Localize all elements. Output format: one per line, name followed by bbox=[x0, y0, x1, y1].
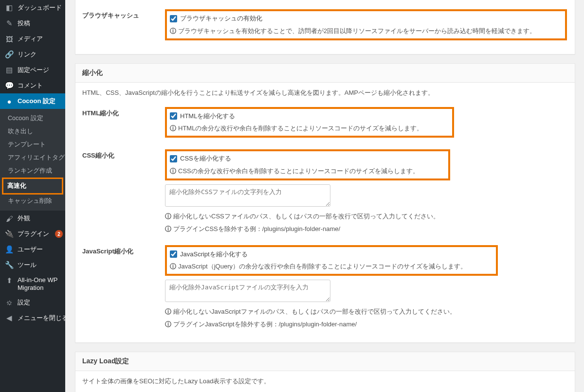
css-minify-checkbox-label: CSSを縮小化する bbox=[180, 154, 231, 163]
row-label-css-minify: CSS縮小化 bbox=[82, 144, 165, 240]
info-icon: ⓘ bbox=[170, 27, 176, 35]
sidebar-label: ツール bbox=[18, 261, 36, 269]
info-icon: ⓘ bbox=[165, 321, 171, 328]
info-icon: ⓘ bbox=[165, 225, 171, 232]
js-minify-tip1: ⓘ縮小化しないJavaScriptファイルのパス、もしくはパスの一部を改行で区切… bbox=[165, 307, 568, 316]
sidebar-label: メディア bbox=[18, 35, 43, 43]
js-minify-checkbox[interactable] bbox=[170, 250, 177, 258]
info-icon: ⓘ bbox=[170, 263, 176, 270]
plugin-icon: 🔌 bbox=[5, 230, 14, 238]
sidebar-collapse[interactable]: ◀ メニューを閉じる bbox=[0, 310, 65, 326]
info-icon: ⓘ bbox=[165, 308, 171, 315]
sidebar-label: 投稿 bbox=[18, 19, 30, 28]
html-minify-checkbox[interactable] bbox=[170, 112, 177, 120]
media-icon: 🖾 bbox=[5, 35, 14, 43]
sidebar-label: 外観 bbox=[18, 214, 30, 223]
link-icon: 🔗 bbox=[5, 50, 14, 59]
lazyload-intro: サイト全体の画像をSEOに対応したLazy Load表示する設定です。 bbox=[82, 377, 568, 386]
sidebar-item-posts[interactable]: ✎ 投稿 bbox=[0, 16, 65, 31]
minify-intro: HTML、CSS、JavaScriptの縮小化を行うことにより転送サイズを減らし… bbox=[82, 89, 568, 97]
browser-cache-info: ⓘブラウザキャッシュを有効化することで、訪問者が2回目以降リソースファイルをサー… bbox=[170, 27, 536, 36]
checkbox-row-browser-cache[interactable]: ブラウザキャッシュの有効化 bbox=[170, 14, 262, 23]
highlight-browser-cache: ブラウザキャッシュの有効化 ⓘブラウザキャッシュを有効化することで、訪問者が2回… bbox=[165, 9, 567, 40]
sidebar-sub-ranking[interactable]: ランキング作成 bbox=[0, 164, 65, 178]
collapse-icon: ◀ bbox=[5, 314, 14, 322]
sidebar-label: Cocoon 設定 bbox=[18, 97, 55, 106]
sidebar-label: 固定ページ bbox=[18, 66, 49, 74]
settings-content: ブラウザキャッシュを設定します。ブラウザキャッシュを設定することで、次回からサー… bbox=[65, 0, 584, 392]
sidebar-item-plugins[interactable]: 🔌 プラグイン 2 bbox=[0, 226, 65, 242]
sidebar-label: 設定 bbox=[18, 298, 30, 307]
checkbox-row-css-minify[interactable]: CSSを縮小化する bbox=[170, 154, 231, 163]
migration-icon: ⬆ bbox=[5, 276, 14, 285]
checkbox-row-html-minify[interactable]: HTMLを縮小化する bbox=[170, 112, 235, 121]
sidebar-label: プラグイン bbox=[18, 230, 49, 238]
sidebar-item-settings[interactable]: ⛭ 設定 bbox=[0, 295, 65, 310]
sidebar-item-cocoon[interactable]: ● Cocoon 設定 bbox=[0, 93, 65, 109]
row-label-browser-cache: ブラウザキャッシュ bbox=[82, 4, 165, 47]
appearance-icon: 🖌 bbox=[5, 214, 14, 223]
highlight-css-minify: CSSを縮小化する ⓘCSSの余分な改行や余白を削除することによりソースコードの… bbox=[165, 149, 450, 180]
sidebar-label: リンク bbox=[18, 50, 36, 59]
css-minify-exclude-textarea[interactable] bbox=[165, 184, 330, 207]
sidebar-item-tools[interactable]: 🔧 ツール bbox=[0, 257, 65, 273]
info-icon: ⓘ bbox=[170, 125, 176, 132]
metabox-minify: 縮小化 HTML、CSS、JavaScriptの縮小化を行うことにより転送サイズ… bbox=[75, 63, 575, 343]
gear-icon: ⛭ bbox=[5, 298, 14, 307]
js-minify-checkbox-label: JavaScriptを縮小化する bbox=[180, 250, 248, 259]
js-minify-info: ⓘJavaScript（jQuery）の余分な改行や余白を削除することによりソー… bbox=[170, 262, 467, 271]
css-minify-info: ⓘCSSの余分な改行や余白を削除することによりソースコードのサイズを減らします。 bbox=[170, 167, 419, 176]
metabox-heading-lazyload: Lazy Load設定 bbox=[75, 352, 575, 371]
sidebar-sub-balloon[interactable]: 吹き出し bbox=[0, 125, 65, 138]
sidebar-label: ユーザー bbox=[18, 245, 43, 254]
sidebar-item-aiowpm[interactable]: ⬆ All-in-One WP Migration bbox=[0, 273, 65, 295]
sidebar-label: ダッシュボード bbox=[18, 3, 62, 12]
page-icon: ▤ bbox=[5, 66, 14, 74]
browser-cache-checkbox[interactable] bbox=[170, 15, 177, 22]
metabox-lazyload: Lazy Load設定 サイト全体の画像をSEOに対応したLazy Load表示… bbox=[75, 352, 575, 392]
user-icon: 👤 bbox=[5, 245, 14, 254]
sidebar-item-links[interactable]: 🔗 リンク bbox=[0, 47, 65, 62]
js-minify-exclude-textarea[interactable] bbox=[165, 280, 330, 302]
sidebar-sub-template[interactable]: テンプレート bbox=[0, 138, 65, 151]
admin-sidebar: ◧ ダッシュボード ✎ 投稿 🖾 メディア 🔗 リンク ▤ 固定ページ 💬 コメ… bbox=[0, 0, 65, 392]
sidebar-item-pages[interactable]: ▤ 固定ページ bbox=[0, 62, 65, 78]
css-minify-tip1: ⓘ縮小化しないCSSファイルのパス、もしくはパスの一部を改行で区切って入力してく… bbox=[165, 212, 568, 221]
update-badge: 2 bbox=[55, 230, 63, 238]
highlight-js-minify: JavaScriptを縮小化する ⓘJavaScript（jQuery）の余分な… bbox=[165, 245, 498, 276]
sidebar-sub-cocoon-settings[interactable]: Cocoon 設定 bbox=[0, 112, 65, 125]
html-minify-checkbox-label: HTMLを縮小化する bbox=[180, 112, 235, 121]
info-icon: ⓘ bbox=[165, 213, 171, 220]
html-minify-info: ⓘHTMLの余分な改行や余白を削除することによりソースコードのサイズを減らします… bbox=[170, 124, 423, 133]
sidebar-sub-cache-clear[interactable]: キャッシュ削除 bbox=[0, 195, 65, 208]
dashboard-icon: ◧ bbox=[5, 3, 14, 12]
tool-icon: 🔧 bbox=[5, 261, 14, 269]
info-icon: ⓘ bbox=[170, 167, 176, 175]
pin-icon: ✎ bbox=[5, 19, 14, 28]
comment-icon: 💬 bbox=[5, 81, 14, 90]
sidebar-item-dashboard[interactable]: ◧ ダッシュボード bbox=[0, 0, 65, 16]
sidebar-label: メニューを閉じる bbox=[18, 314, 68, 322]
metabox-heading-minify: 縮小化 bbox=[75, 64, 575, 83]
checkbox-row-js-minify[interactable]: JavaScriptを縮小化する bbox=[170, 250, 248, 259]
sidebar-sub-affiliate[interactable]: アフィリエイトタグ bbox=[0, 151, 65, 164]
sidebar-sub-speedup[interactable]: 高速化 bbox=[2, 178, 63, 195]
row-label-js-minify: JavaScript縮小化 bbox=[82, 240, 165, 336]
sidebar-label: コメント bbox=[18, 81, 43, 90]
js-minify-tip2: ⓘプラグインJavaScriptを除外する例：/plugins/plugin-f… bbox=[165, 320, 568, 329]
sidebar-label: All-in-One WP Migration bbox=[18, 276, 60, 291]
browser-cache-checkbox-label: ブラウザキャッシュの有効化 bbox=[180, 14, 262, 23]
css-minify-checkbox[interactable] bbox=[170, 155, 177, 162]
highlight-html-minify: HTMLを縮小化する ⓘHTMLの余分な改行や余白を削除することによりソースコー… bbox=[165, 107, 454, 138]
css-minify-tip2: ⓘプラグインCSSを除外する例：/plugins/plugin-folder-n… bbox=[165, 225, 568, 233]
sidebar-item-media[interactable]: 🖾 メディア bbox=[0, 31, 65, 47]
metabox-browser-cache: ブラウザキャッシュを設定します。ブラウザキャッシュを設定することで、次回からサー… bbox=[75, 0, 575, 54]
sidebar-submenu-cocoon: Cocoon 設定 吹き出し テンプレート アフィリエイトタグ ランキング作成 … bbox=[0, 109, 65, 211]
sidebar-item-users[interactable]: 👤 ユーザー bbox=[0, 242, 65, 257]
cocoon-icon: ● bbox=[5, 97, 14, 106]
sidebar-item-comments[interactable]: 💬 コメント bbox=[0, 78, 65, 93]
sidebar-item-appearance[interactable]: 🖌 外観 bbox=[0, 211, 65, 226]
row-label-html-minify: HTML縮小化 bbox=[82, 102, 165, 145]
